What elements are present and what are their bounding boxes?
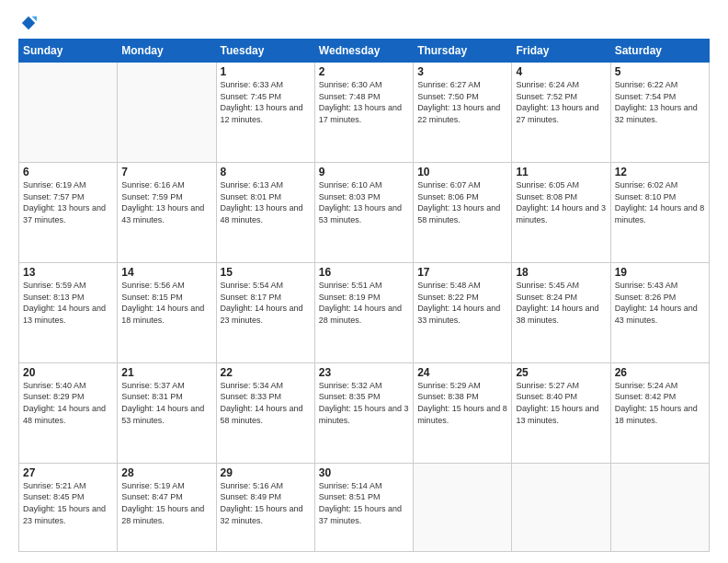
day-number: 23 [319, 366, 409, 379]
day-info: Sunrise: 5:43 AM Sunset: 8:26 PM Dayligh… [615, 280, 705, 326]
calendar-cell-1-3: 1Sunrise: 6:33 AM Sunset: 7:45 PM Daylig… [216, 63, 314, 163]
day-number: 6 [23, 166, 113, 178]
header-day-thursday: Thursday [414, 40, 512, 63]
day-number: 7 [121, 166, 211, 178]
calendar-cell-2-6: 11Sunrise: 6:05 AM Sunset: 8:08 PM Dayli… [512, 162, 610, 262]
calendar-cell-4-2: 21Sunrise: 5:37 AM Sunset: 8:31 PM Dayli… [118, 362, 216, 463]
day-info: Sunrise: 6:16 AM Sunset: 7:59 PM Dayligh… [121, 179, 211, 225]
day-number: 27 [23, 466, 113, 479]
day-info: Sunrise: 5:24 AM Sunset: 8:42 PM Dayligh… [615, 380, 705, 426]
day-number: 21 [121, 366, 211, 379]
day-info: Sunrise: 5:16 AM Sunset: 8:49 PM Dayligh… [221, 480, 311, 526]
header-day-saturday: Saturday [610, 40, 709, 63]
calendar-cell-2-3: 8Sunrise: 6:13 AM Sunset: 8:01 PM Daylig… [216, 162, 314, 262]
calendar-cell-3-6: 18Sunrise: 5:45 AM Sunset: 8:24 PM Dayli… [512, 262, 610, 362]
calendar-cell-2-2: 7Sunrise: 6:16 AM Sunset: 7:59 PM Daylig… [118, 162, 216, 262]
calendar-cell-2-5: 10Sunrise: 6:07 AM Sunset: 8:06 PM Dayli… [414, 162, 512, 262]
day-info: Sunrise: 5:27 AM Sunset: 8:40 PM Dayligh… [516, 380, 606, 426]
calendar-cell-5-2: 28Sunrise: 5:19 AM Sunset: 8:47 PM Dayli… [118, 463, 216, 551]
header-day-friday: Friday [512, 40, 610, 63]
calendar-cell-2-4: 9Sunrise: 6:10 AM Sunset: 8:03 PM Daylig… [314, 162, 413, 262]
day-info: Sunrise: 5:45 AM Sunset: 8:24 PM Dayligh… [516, 280, 606, 326]
header-day-wednesday: Wednesday [314, 40, 413, 63]
calendar-cell-5-4: 30Sunrise: 5:14 AM Sunset: 8:51 PM Dayli… [314, 463, 413, 551]
calendar-cell-3-2: 14Sunrise: 5:56 AM Sunset: 8:15 PM Dayli… [118, 262, 216, 362]
day-info: Sunrise: 6:24 AM Sunset: 7:52 PM Dayligh… [516, 79, 606, 125]
week-row-5: 27Sunrise: 5:21 AM Sunset: 8:45 PM Dayli… [19, 463, 710, 551]
day-number: 17 [417, 266, 507, 279]
day-number: 19 [615, 266, 705, 279]
day-number: 13 [23, 266, 113, 279]
week-row-3: 13Sunrise: 5:59 AM Sunset: 8:13 PM Dayli… [19, 262, 710, 362]
calendar-cell-4-6: 25Sunrise: 5:27 AM Sunset: 8:40 PM Dayli… [512, 362, 610, 463]
day-info: Sunrise: 6:02 AM Sunset: 8:10 PM Dayligh… [615, 179, 705, 225]
day-number: 3 [417, 65, 507, 78]
day-info: Sunrise: 5:34 AM Sunset: 8:33 PM Dayligh… [221, 380, 311, 426]
day-info: Sunrise: 6:27 AM Sunset: 7:50 PM Dayligh… [417, 79, 507, 125]
day-number: 29 [221, 466, 311, 479]
calendar-cell-4-5: 24Sunrise: 5:29 AM Sunset: 8:38 PM Dayli… [414, 362, 512, 463]
day-number: 15 [221, 266, 311, 279]
calendar-cell-3-7: 19Sunrise: 5:43 AM Sunset: 8:26 PM Dayli… [610, 262, 709, 362]
calendar-cell-3-5: 17Sunrise: 5:48 AM Sunset: 8:22 PM Dayli… [414, 262, 512, 362]
day-number: 14 [121, 266, 211, 279]
day-number: 25 [516, 366, 606, 379]
day-number: 12 [615, 166, 705, 178]
header-day-monday: Monday [118, 40, 216, 63]
week-row-1: 1Sunrise: 6:33 AM Sunset: 7:45 PM Daylig… [19, 63, 710, 163]
day-info: Sunrise: 5:59 AM Sunset: 8:13 PM Dayligh… [23, 280, 113, 326]
week-row-4: 20Sunrise: 5:40 AM Sunset: 8:29 PM Dayli… [19, 362, 710, 463]
day-number: 11 [516, 166, 606, 178]
logo [18, 15, 37, 31]
calendar-cell-2-7: 12Sunrise: 6:02 AM Sunset: 8:10 PM Dayli… [610, 162, 709, 262]
day-number: 20 [23, 366, 113, 379]
day-info: Sunrise: 6:22 AM Sunset: 7:54 PM Dayligh… [615, 79, 705, 125]
day-number: 22 [221, 366, 311, 379]
day-info: Sunrise: 5:37 AM Sunset: 8:31 PM Dayligh… [121, 380, 211, 426]
calendar-cell-5-7 [610, 463, 709, 551]
day-number: 24 [417, 366, 507, 379]
day-number: 4 [516, 65, 606, 78]
day-info: Sunrise: 5:40 AM Sunset: 8:29 PM Dayligh… [23, 380, 113, 426]
calendar-cell-2-1: 6Sunrise: 6:19 AM Sunset: 7:57 PM Daylig… [19, 162, 118, 262]
calendar-cell-1-5: 3Sunrise: 6:27 AM Sunset: 7:50 PM Daylig… [414, 63, 512, 163]
calendar-cell-3-4: 16Sunrise: 5:51 AM Sunset: 8:19 PM Dayli… [314, 262, 413, 362]
week-row-2: 6Sunrise: 6:19 AM Sunset: 7:57 PM Daylig… [19, 162, 710, 262]
day-number: 2 [319, 65, 409, 78]
day-info: Sunrise: 5:54 AM Sunset: 8:17 PM Dayligh… [221, 280, 311, 326]
day-number: 8 [221, 166, 311, 178]
calendar-body: 1Sunrise: 6:33 AM Sunset: 7:45 PM Daylig… [19, 63, 710, 552]
day-info: Sunrise: 5:29 AM Sunset: 8:38 PM Dayligh… [417, 380, 507, 426]
day-number: 10 [417, 166, 507, 178]
day-info: Sunrise: 5:32 AM Sunset: 8:35 PM Dayligh… [319, 380, 409, 426]
calendar-cell-5-1: 27Sunrise: 5:21 AM Sunset: 8:45 PM Dayli… [19, 463, 118, 551]
day-number: 26 [615, 366, 705, 379]
day-info: Sunrise: 5:19 AM Sunset: 8:47 PM Dayligh… [121, 480, 211, 526]
day-info: Sunrise: 6:10 AM Sunset: 8:03 PM Dayligh… [319, 179, 409, 225]
svg-marker-0 [22, 17, 35, 29]
calendar-cell-1-4: 2Sunrise: 6:30 AM Sunset: 7:48 PM Daylig… [314, 63, 413, 163]
calendar-cell-4-4: 23Sunrise: 5:32 AM Sunset: 8:35 PM Dayli… [314, 362, 413, 463]
calendar-cell-5-6 [512, 463, 610, 551]
calendar-cell-1-7: 5Sunrise: 6:22 AM Sunset: 7:54 PM Daylig… [610, 63, 709, 163]
day-number: 5 [615, 65, 705, 78]
day-info: Sunrise: 6:05 AM Sunset: 8:08 PM Dayligh… [516, 179, 606, 225]
calendar-cell-4-3: 22Sunrise: 5:34 AM Sunset: 8:33 PM Dayli… [216, 362, 314, 463]
header [18, 15, 710, 31]
day-info: Sunrise: 6:13 AM Sunset: 8:01 PM Dayligh… [221, 179, 311, 225]
day-number: 9 [319, 166, 409, 178]
calendar-cell-4-7: 26Sunrise: 5:24 AM Sunset: 8:42 PM Dayli… [610, 362, 709, 463]
day-info: Sunrise: 6:30 AM Sunset: 7:48 PM Dayligh… [319, 79, 409, 125]
day-info: Sunrise: 6:07 AM Sunset: 8:06 PM Dayligh… [417, 179, 507, 225]
header-day-tuesday: Tuesday [216, 40, 314, 63]
day-info: Sunrise: 6:19 AM Sunset: 7:57 PM Dayligh… [23, 179, 113, 225]
calendar-cell-5-3: 29Sunrise: 5:16 AM Sunset: 8:49 PM Dayli… [216, 463, 314, 551]
day-info: Sunrise: 5:21 AM Sunset: 8:45 PM Dayligh… [23, 480, 113, 526]
calendar-cell-5-5 [414, 463, 512, 551]
logo-icon [20, 15, 37, 31]
header-day-sunday: Sunday [19, 40, 118, 63]
calendar-table: SundayMondayTuesdayWednesdayThursdayFrid… [18, 39, 710, 552]
day-info: Sunrise: 5:51 AM Sunset: 8:19 PM Dayligh… [319, 280, 409, 326]
calendar-cell-3-1: 13Sunrise: 5:59 AM Sunset: 8:13 PM Dayli… [19, 262, 118, 362]
calendar-cell-4-1: 20Sunrise: 5:40 AM Sunset: 8:29 PM Dayli… [19, 362, 118, 463]
